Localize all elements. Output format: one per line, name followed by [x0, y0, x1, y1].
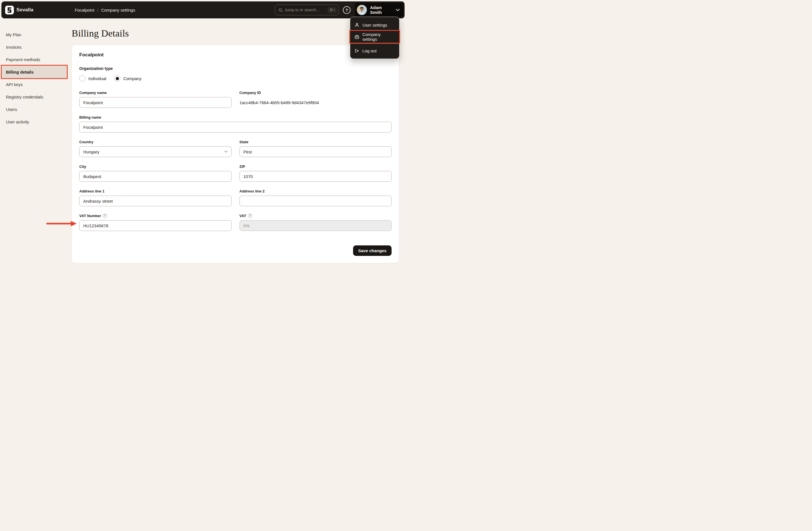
user-name: Adam Smith	[370, 5, 393, 15]
address-line-2-label: Address line 2	[240, 189, 392, 193]
zip-group: ZIP	[240, 164, 392, 182]
chevron-down-icon	[396, 9, 400, 11]
menu-item-user-settings[interactable]: User settings	[350, 19, 399, 31]
company-heading: Focalpoint	[79, 52, 392, 58]
radio-option-individual[interactable]: Individual	[79, 75, 106, 82]
annotation-arrow	[46, 221, 77, 226]
zip-input[interactable]	[240, 171, 392, 182]
vat-number-input[interactable]	[79, 220, 232, 231]
search-input[interactable]	[285, 8, 325, 12]
breadcrumb-item-company-settings[interactable]: Company settings	[101, 8, 135, 13]
breadcrumb-separator: /	[97, 8, 98, 13]
company-id-value: 1acc48b4-7664-4b55-b489-9d4347e9f904	[240, 97, 392, 105]
sidebar-item-registry-credentials[interactable]: Registry credentials	[0, 91, 72, 103]
company-id-group: Company ID 1acc48b4-7664-4b55-b489-9d434…	[240, 91, 392, 108]
sidebar-item-api-keys[interactable]: API keys	[0, 78, 72, 91]
brand[interactable]: Sevalla	[1, 6, 69, 14]
sidebar-item-invoices[interactable]: Invoices	[0, 41, 72, 53]
billing-name-input[interactable]	[79, 122, 392, 132]
vat-group: VAT ?	[240, 214, 392, 231]
address-line-2-group: Address line 2	[240, 189, 392, 206]
menu-item-label: Log out	[362, 48, 377, 53]
organization-type-group: Individual Company	[79, 75, 392, 82]
vat-number-group: VAT Number ?	[79, 214, 232, 231]
briefcase-icon	[354, 34, 359, 39]
company-name-label: Company name	[79, 91, 232, 95]
address-line-2-input[interactable]	[240, 196, 392, 206]
menu-item-company-settings[interactable]: Company settings	[350, 31, 399, 43]
sidebar-item-user-activity[interactable]: User activity	[0, 116, 72, 128]
user-icon	[354, 23, 359, 28]
search-box[interactable]: ⌘ /	[275, 4, 339, 15]
country-selected-value: Hungary	[83, 149, 99, 154]
city-label: City	[79, 164, 232, 169]
sevalla-logo-icon	[5, 6, 14, 14]
address-line-1-input[interactable]	[79, 196, 232, 206]
billing-details-card: Focalpoint Organization type Individual …	[72, 45, 399, 263]
breadcrumb-item-focalpoint[interactable]: Focalpoint	[75, 8, 94, 13]
sidebar-item-billing-details[interactable]: Billing details	[2, 66, 67, 78]
state-group: State	[240, 140, 392, 157]
sidebar-item-users[interactable]: Users	[0, 103, 72, 116]
user-dropdown-menu: User settings Company settings Log out	[350, 17, 400, 59]
breadcrumb: Focalpoint / Company settings	[75, 8, 135, 13]
company-id-label: Company ID	[240, 91, 392, 95]
zip-label: ZIP	[240, 164, 392, 169]
menu-item-label: User settings	[362, 23, 387, 28]
company-name-group: Company name	[79, 91, 232, 108]
state-label: State	[240, 140, 392, 144]
address-line-1-label: Address line 1	[79, 189, 232, 193]
billing-name-label: Billing name	[79, 115, 392, 119]
radio-label: Company	[123, 76, 141, 81]
question-mark-icon: ?	[345, 8, 348, 13]
sidebar-item-payment-methods[interactable]: Payment methods	[0, 53, 72, 66]
topbar: Sevalla Focalpoint / Company settings ⌘ …	[1, 1, 405, 18]
vat-input	[240, 220, 392, 231]
vat-help-icon[interactable]: ?	[248, 214, 252, 218]
search-icon	[278, 8, 282, 12]
company-name-input[interactable]	[79, 97, 232, 108]
radio-option-company[interactable]: Company	[114, 75, 141, 82]
vat-number-label: VAT Number	[79, 214, 101, 218]
search-shortcut-badge: ⌘ /	[328, 7, 337, 13]
radio-company-circle-icon[interactable]	[114, 75, 120, 82]
menu-item-label: Company settings	[362, 32, 395, 42]
save-changes-button[interactable]: Save changes	[353, 246, 392, 256]
user-menu-button[interactable]: Adam Smith	[355, 3, 404, 17]
question-mark-glyph: ?	[249, 214, 251, 217]
radio-label: Individual	[88, 76, 106, 81]
vat-label: VAT	[240, 214, 246, 218]
menu-divider	[350, 44, 399, 44]
settings-sidebar: My Plan Invoices Payment methods Billing…	[0, 28, 72, 128]
state-input[interactable]	[240, 146, 392, 157]
radio-individual-circle-icon[interactable]	[79, 75, 86, 82]
brand-name: Sevalla	[16, 7, 33, 13]
country-group: Country Hungary	[79, 140, 232, 157]
logout-icon	[354, 48, 359, 53]
city-input[interactable]	[79, 171, 232, 182]
question-mark-glyph: ?	[104, 214, 106, 217]
vat-number-help-icon[interactable]: ?	[103, 214, 107, 218]
chevron-down-icon	[224, 151, 228, 153]
help-button[interactable]: ?	[343, 6, 350, 14]
avatar	[357, 5, 367, 15]
city-group: City	[79, 164, 232, 182]
country-select[interactable]: Hungary	[79, 146, 232, 157]
menu-item-log-out[interactable]: Log out	[350, 45, 399, 57]
sidebar-item-my-plan[interactable]: My Plan	[0, 28, 72, 41]
country-label: Country	[79, 140, 232, 144]
billing-name-group: Billing name	[79, 115, 392, 132]
address-line-1-group: Address line 1	[79, 189, 232, 206]
organization-type-label: Organization type	[79, 66, 392, 71]
